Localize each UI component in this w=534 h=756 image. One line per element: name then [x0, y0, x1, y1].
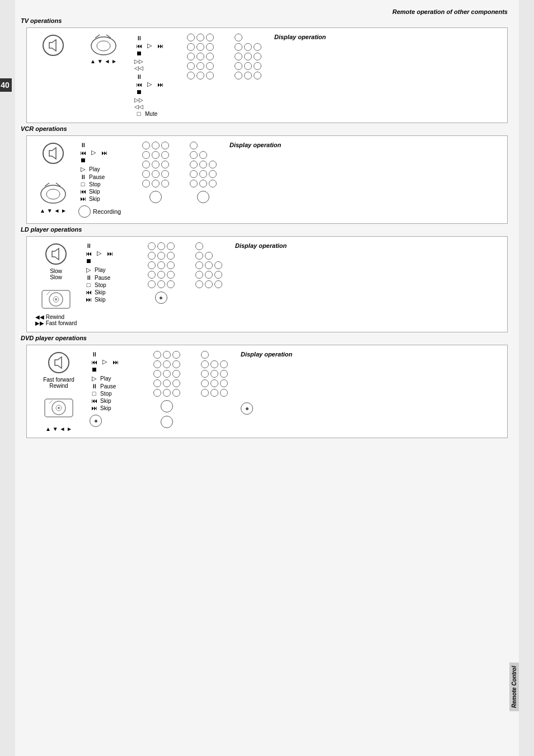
vcr-recording-row: Recording	[78, 205, 121, 218]
c	[210, 360, 218, 368]
c	[163, 389, 171, 397]
c	[254, 72, 261, 79]
c	[235, 62, 242, 70]
tv-circles-r3	[187, 53, 214, 60]
tv-t5: ◁◁	[134, 65, 165, 71]
ld-device-wrap	[41, 287, 71, 312]
c	[244, 72, 252, 79]
tv-col1	[34, 34, 73, 57]
c	[172, 351, 180, 359]
c	[205, 252, 213, 260]
c	[152, 151, 160, 159]
vcr-tv-wrap: ▲ ▼ ◄ ►	[39, 182, 67, 214]
ld-device-icon	[41, 287, 71, 312]
c	[157, 280, 165, 288]
dvd-section-inner: Fast forward Rewind ▲ ▼ ◄ ►	[34, 351, 500, 432]
ld-cr5	[195, 280, 222, 288]
vcr-skip2-icon: ⏭	[78, 195, 87, 202]
ld-play-row: ▷ Play	[84, 266, 110, 274]
c	[205, 271, 213, 279]
vcr-c5	[142, 180, 169, 187]
vcr-col4	[182, 142, 224, 203]
dvd-big-circle	[161, 400, 173, 412]
c	[142, 180, 150, 187]
c	[195, 280, 203, 288]
dvd-stop2-icon: □	[90, 390, 99, 397]
dvd-skip2-row: ⏭ Skip	[90, 405, 116, 411]
dvd-col4	[193, 351, 235, 397]
dvd-c1	[153, 351, 180, 359]
dvd-cr2	[201, 360, 228, 368]
ld-skip1-label: Skip	[95, 289, 105, 295]
dvd-arrows: ▲ ▼ ◄ ►	[45, 426, 72, 432]
dvd-cr1	[201, 351, 228, 359]
c	[190, 180, 198, 187]
dvd-circles-main	[153, 351, 180, 397]
tv-cr1	[235, 34, 261, 41]
ld-transport: ⏸ ⏮ ▷ ⏭ ⏹	[84, 242, 114, 264]
vcr-recording-label: Recording	[93, 208, 121, 215]
vcr-section: ▲ ▼ ◄ ► ⏸ ⏮ ▷ ⏭	[26, 135, 508, 224]
ld-volume-icon	[44, 242, 68, 266]
tv-icon-stop2: ⏹	[134, 88, 143, 95]
c	[196, 43, 204, 51]
svg-marker-20	[55, 357, 62, 368]
dvd-title-text: DVD player operations	[21, 335, 87, 341]
dvd-t0: ⏸	[90, 351, 120, 358]
dvd-stop-icon: ⏹	[90, 366, 99, 373]
vcr-c2	[142, 151, 169, 159]
c	[196, 53, 204, 60]
c	[199, 170, 207, 178]
side-tab: Remote Control	[509, 663, 519, 711]
dvd-stop-row: □ Stop	[90, 390, 116, 397]
ld-skip2-label: Skip	[95, 297, 105, 303]
ld-c2	[148, 252, 175, 260]
tv-cr2	[235, 43, 261, 51]
ld-section-title: LD player operations	[21, 226, 82, 233]
dvd-circles-right	[201, 351, 228, 397]
ld-col1: Slow Slow ◀◀ Re	[34, 242, 78, 326]
tv-t8: ⏹	[134, 88, 165, 95]
ld-slow2-label: Slow	[50, 274, 62, 280]
c	[220, 379, 228, 387]
c	[190, 142, 198, 149]
ld-col2: ⏸ ⏮ ▷ ⏭ ⏹ ▷ Play	[84, 242, 134, 303]
c	[206, 34, 214, 41]
dvd-dot-circle2-wrap	[241, 402, 253, 415]
vcr-circles-main	[142, 142, 169, 187]
c	[167, 242, 175, 250]
dvd-device-wrap	[44, 396, 74, 420]
svg-marker-13	[52, 248, 59, 260]
c	[167, 280, 175, 288]
svg-line-25	[49, 400, 53, 403]
tv-icon-next: ⏭	[156, 43, 165, 49]
tv-icon-stop: ⏹	[134, 50, 143, 57]
dvd-dot-circle-wrap	[90, 415, 102, 427]
vcr-cr1	[190, 142, 217, 149]
vcr-big-circle-wrap	[149, 191, 162, 203]
c	[152, 161, 160, 168]
vcr-next-icon: ⏭	[100, 149, 109, 156]
vcr-c3	[142, 161, 169, 168]
vcr-col5: Display operation	[229, 142, 297, 148]
ld-cr3	[195, 261, 222, 269]
ld-pause-label: Pause	[95, 275, 110, 281]
c	[152, 170, 160, 178]
c	[199, 161, 207, 168]
vcr-play2-icon: ▷	[78, 166, 87, 173]
tv-circles-r2	[187, 43, 214, 51]
vcr-t0: ⏸	[78, 142, 109, 148]
page-number: 40	[0, 78, 12, 92]
ld-c5	[148, 280, 175, 288]
vcr-arrows: ▲ ▼ ◄ ►	[39, 208, 67, 214]
ld-skip1-icon: ⏮	[84, 289, 93, 295]
c	[201, 379, 209, 387]
tv-mute-row: □ Mute	[134, 110, 165, 117]
vcr-skip2-row: ⏭ Skip	[78, 195, 105, 202]
dvd-transport: ⏸ ⏮ ▷ ⏭ ⏹	[90, 351, 120, 373]
c	[153, 370, 161, 378]
tv-t1: ⏸	[134, 35, 165, 41]
tv-t9: ▷▷	[134, 97, 165, 103]
vcr-stop2-icon: □	[78, 181, 87, 187]
dvd-play-row: ▷ Play	[90, 375, 116, 382]
